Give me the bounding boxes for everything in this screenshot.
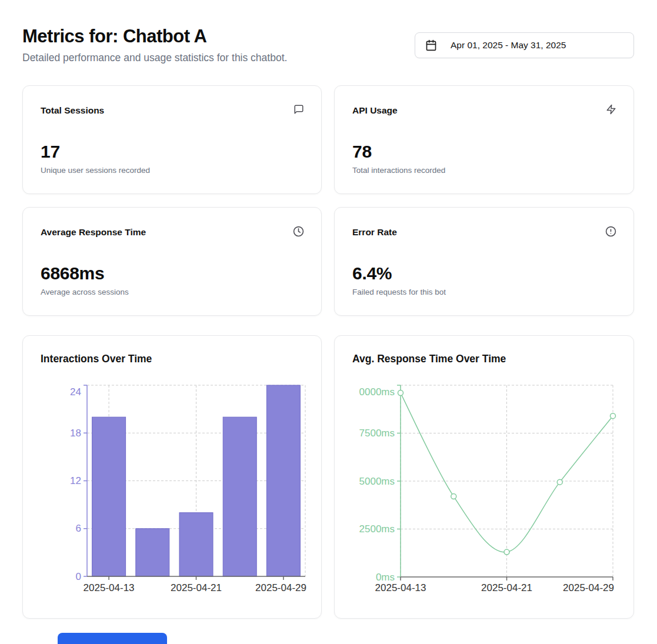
svg-text:0ms: 0ms xyxy=(376,572,395,583)
api-usage-card: API Usage 78 Total interactions recorded xyxy=(334,85,634,194)
svg-text:2025-04-29: 2025-04-29 xyxy=(563,582,614,593)
date-range-picker[interactable]: Apr 01, 2025 - May 31, 2025 xyxy=(415,32,634,58)
zap-icon xyxy=(606,104,616,115)
svg-text:12: 12 xyxy=(70,475,81,486)
stat-card-value: 6868ms xyxy=(41,263,104,283)
svg-text:2500ms: 2500ms xyxy=(359,523,395,535)
interactions-bar-chart: 061218242025-04-132025-04-212025-04-29 xyxy=(23,371,322,606)
svg-text:0000ms: 0000ms xyxy=(359,386,395,398)
stat-card-description: Failed requests for this bot xyxy=(352,288,446,296)
stat-card-description: Total interactions recorded xyxy=(352,166,445,175)
error-rate-card: Error Rate 6.4% Failed requests for this… xyxy=(334,207,634,316)
total-sessions-card: Total Sessions 17 Unique user sessions r… xyxy=(22,85,322,194)
date-range-label: Apr 01, 2025 - May 31, 2025 xyxy=(451,40,566,51)
stat-card-value: 78 xyxy=(352,142,372,162)
page-title: Metrics for: Chatbot A xyxy=(22,26,206,47)
svg-text:2025-04-21: 2025-04-21 xyxy=(481,582,532,593)
chart-title: Avg. Response Time Over Time xyxy=(352,353,506,365)
stat-card-description: Average across sessions xyxy=(41,288,129,296)
partial-bottom-button[interactable] xyxy=(58,633,167,644)
svg-text:5000ms: 5000ms xyxy=(359,476,395,487)
svg-text:0: 0 xyxy=(76,571,81,582)
svg-text:2025-04-21: 2025-04-21 xyxy=(171,582,222,593)
svg-text:2025-04-13: 2025-04-13 xyxy=(375,582,426,593)
stat-card-title: Total Sessions xyxy=(41,105,104,116)
svg-text:7500ms: 7500ms xyxy=(359,428,395,439)
stat-card-description: Unique user sessions recorded xyxy=(41,166,150,175)
alert-circle-icon xyxy=(605,226,616,237)
response-time-chart-card: Avg. Response Time Over Time 0ms2500ms50… xyxy=(334,335,634,619)
chart-title: Interactions Over Time xyxy=(41,353,152,365)
svg-text:18: 18 xyxy=(70,428,81,439)
metrics-page: Metrics for: Chatbot A Detailed performa… xyxy=(0,0,657,644)
stat-card-value: 17 xyxy=(41,142,60,162)
stat-card-title: Error Rate xyxy=(352,227,397,238)
response-time-line-chart: 0ms2500ms5000ms7500ms0000ms2025-04-13202… xyxy=(335,371,635,606)
stat-card-title: API Usage xyxy=(352,105,398,116)
svg-text:6: 6 xyxy=(76,523,81,534)
svg-text:2025-04-13: 2025-04-13 xyxy=(84,582,135,593)
message-square-icon xyxy=(294,104,304,115)
stat-card-value: 6.4% xyxy=(352,263,392,283)
interactions-chart-card: Interactions Over Time 061218242025-04-1… xyxy=(22,335,322,619)
stat-card-title: Average Response Time xyxy=(41,227,146,238)
svg-text:24: 24 xyxy=(70,386,81,398)
avg-response-time-card: Average Response Time 6868ms Average acr… xyxy=(22,207,322,316)
calendar-icon xyxy=(425,39,437,51)
svg-text:2025-04-29: 2025-04-29 xyxy=(255,582,306,593)
page-subtitle: Detailed performance and usage statistic… xyxy=(22,52,287,64)
clock-icon xyxy=(293,226,304,237)
